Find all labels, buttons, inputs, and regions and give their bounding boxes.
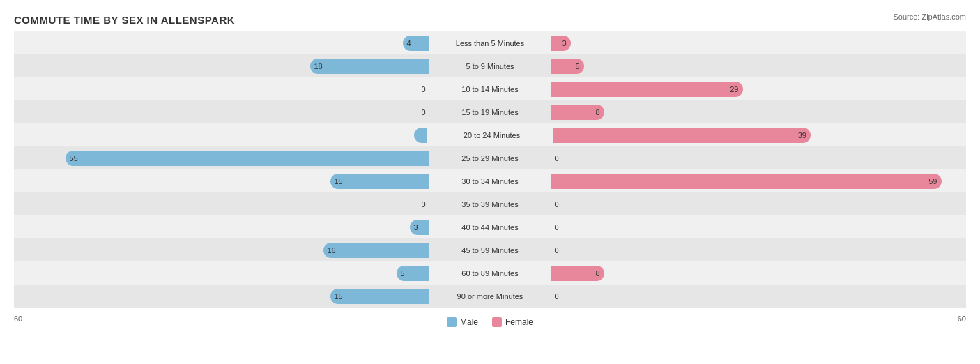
male-zero-value: 0 bbox=[421, 200, 425, 208]
male-value: 18 bbox=[314, 62, 323, 70]
male-bar bbox=[414, 128, 427, 143]
row-label: 5 to 9 Minutes bbox=[429, 62, 551, 70]
table-row: 1530 to 34 Minutes59 bbox=[14, 169, 966, 192]
male-value: 55 bbox=[70, 154, 78, 162]
male-zero-value: 0 bbox=[421, 85, 425, 93]
chart-container: COMMUTE TIME BY SEX IN ALLENSPARK Source… bbox=[0, 0, 980, 364]
table-row: 4Less than 5 Minutes3 bbox=[14, 31, 966, 54]
row-label: 35 to 39 Minutes bbox=[429, 200, 551, 208]
female-value: 39 bbox=[798, 131, 806, 139]
female-legend-box bbox=[492, 317, 502, 327]
female-value: 8 bbox=[595, 108, 599, 116]
female-zero-value: 0 bbox=[555, 223, 559, 232]
table-row: 1590 or more Minutes0 bbox=[14, 285, 966, 308]
male-bar: 15 bbox=[330, 174, 429, 189]
legend: Male Female bbox=[447, 317, 533, 327]
male-bar: 18 bbox=[310, 59, 429, 74]
right-side: 0 bbox=[551, 215, 967, 238]
female-zero-value: 0 bbox=[555, 246, 559, 255]
female-bar: 8 bbox=[551, 105, 604, 120]
left-side: 0 bbox=[14, 77, 429, 100]
right-side: 0 bbox=[551, 192, 967, 215]
source-text: Source: ZipAtlas.com bbox=[893, 13, 966, 21]
right-side: 8 bbox=[551, 100, 967, 123]
right-side: 59 bbox=[551, 169, 967, 192]
row-label: 60 to 89 Minutes bbox=[429, 269, 551, 278]
male-bar: 3 bbox=[410, 220, 429, 235]
legend-female: Female bbox=[492, 317, 533, 327]
table-row: 560 to 89 Minutes8 bbox=[14, 261, 966, 285]
row-label: 40 to 44 Minutes bbox=[429, 223, 551, 232]
row-label: 20 to 24 Minutes bbox=[431, 131, 553, 139]
male-bar: 5 bbox=[397, 266, 429, 281]
axis-right-label: 60 bbox=[958, 314, 966, 327]
row-label: 30 to 34 Minutes bbox=[429, 177, 551, 185]
female-bar: 8 bbox=[551, 266, 604, 281]
table-row: 015 to 19 Minutes8 bbox=[14, 100, 966, 123]
male-legend-box bbox=[447, 317, 457, 327]
row-label: 90 or more Minutes bbox=[429, 292, 551, 301]
male-value: 15 bbox=[335, 292, 343, 301]
row-label: Less than 5 Minutes bbox=[429, 39, 551, 47]
female-legend-label: Female bbox=[505, 317, 533, 327]
left-side: 18 bbox=[14, 54, 429, 77]
female-bar: 59 bbox=[551, 174, 942, 189]
row-label: 45 to 59 Minutes bbox=[429, 246, 551, 255]
row-label: 15 to 19 Minutes bbox=[429, 108, 551, 116]
female-zero-value: 0 bbox=[555, 292, 559, 301]
left-side bbox=[14, 123, 431, 146]
left-side: 5 bbox=[14, 261, 429, 285]
table-row: 1645 to 59 Minutes0 bbox=[14, 238, 966, 261]
female-bar: 5 bbox=[551, 59, 584, 74]
female-bar: 3 bbox=[551, 36, 571, 51]
table-row: 20 to 24 Minutes39 bbox=[14, 123, 966, 146]
female-value: 3 bbox=[562, 39, 566, 47]
male-value: 16 bbox=[328, 246, 336, 255]
axis-bottom: 60 Male Female 60 bbox=[14, 312, 966, 327]
left-side: 4 bbox=[14, 31, 429, 54]
female-value: 29 bbox=[730, 85, 738, 93]
male-value: 5 bbox=[401, 269, 405, 278]
left-side: 15 bbox=[14, 169, 429, 192]
legend-male: Male bbox=[447, 317, 478, 327]
female-value: 5 bbox=[575, 62, 579, 70]
male-value: 4 bbox=[407, 39, 411, 47]
left-side: 15 bbox=[14, 285, 429, 308]
left-side: 16 bbox=[14, 238, 429, 261]
row-label: 25 to 29 Minutes bbox=[429, 154, 551, 162]
male-bar: 55 bbox=[66, 151, 429, 166]
row-label: 10 to 14 Minutes bbox=[429, 85, 551, 93]
right-side: 0 bbox=[551, 146, 967, 169]
female-value: 59 bbox=[928, 177, 937, 185]
female-zero-value: 0 bbox=[555, 154, 559, 162]
female-bar: 39 bbox=[553, 128, 811, 143]
bars-wrapper: 4Less than 5 Minutes3185 to 9 Minutes501… bbox=[14, 31, 966, 308]
table-row: 035 to 39 Minutes0 bbox=[14, 192, 966, 215]
right-side: 29 bbox=[551, 77, 967, 100]
chart-title: COMMUTE TIME BY SEX IN ALLENSPARK bbox=[14, 14, 966, 26]
table-row: 340 to 44 Minutes0 bbox=[14, 215, 966, 238]
left-side: 55 bbox=[14, 146, 429, 169]
table-row: 010 to 14 Minutes29 bbox=[14, 77, 966, 100]
left-side: 0 bbox=[14, 100, 429, 123]
chart-area: 4Less than 5 Minutes3185 to 9 Minutes501… bbox=[14, 31, 966, 312]
male-legend-label: Male bbox=[460, 317, 478, 327]
right-side: 39 bbox=[553, 123, 966, 146]
female-zero-value: 0 bbox=[555, 200, 559, 208]
right-side: 0 bbox=[551, 285, 967, 308]
female-bar: 29 bbox=[551, 82, 743, 97]
right-side: 5 bbox=[551, 54, 967, 77]
table-row: 5525 to 29 Minutes0 bbox=[14, 146, 966, 169]
female-value: 8 bbox=[595, 269, 599, 278]
male-value: 3 bbox=[414, 223, 418, 232]
right-side: 0 bbox=[551, 238, 967, 261]
male-value: 15 bbox=[335, 177, 343, 185]
male-zero-value: 0 bbox=[421, 108, 425, 116]
left-side: 0 bbox=[14, 192, 429, 215]
right-side: 3 bbox=[551, 31, 967, 54]
table-row: 185 to 9 Minutes5 bbox=[14, 54, 966, 77]
axis-left-label: 60 bbox=[14, 314, 22, 327]
left-side: 3 bbox=[14, 215, 429, 238]
right-side: 8 bbox=[551, 261, 967, 285]
male-bar: 4 bbox=[403, 36, 429, 51]
